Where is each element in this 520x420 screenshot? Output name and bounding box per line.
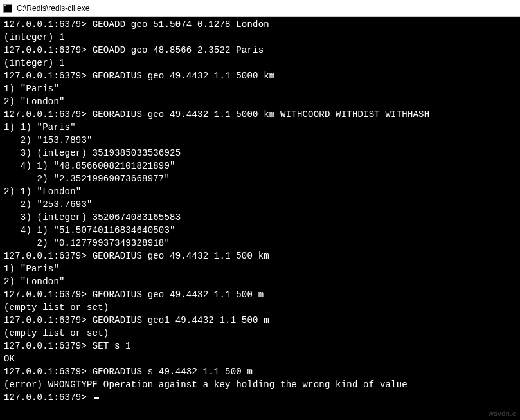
- command-text: GEORADIUS geo 49.4432 1.1 500 m: [93, 289, 264, 300]
- terminal-line: 1) "Paris": [4, 262, 516, 275]
- prompt: 127.0.0.1:6379>: [4, 251, 93, 261]
- terminal-line: 127.0.0.1:6379> GEORADIUS geo 49.4432 1.…: [4, 108, 516, 121]
- terminal-line: 1) "Paris": [4, 82, 516, 95]
- terminal-line: 127.0.0.1:6379>: [4, 391, 516, 404]
- terminal-line: 3) (integer) 3520674083165583: [4, 211, 516, 224]
- terminal-line: 2) "153.7893": [4, 134, 516, 147]
- terminal-line: (integer) 1: [4, 31, 516, 44]
- command-text: GEORADIUS geo 49.4432 1.1 5000 km WITHCO…: [93, 109, 430, 120]
- output-text: 2) "253.7693": [4, 199, 93, 210]
- output-text: 2) "153.7893": [4, 135, 93, 145]
- terminal-line: 127.0.0.1:6379> SET s 1: [4, 340, 516, 352]
- terminal-line: 1) 1) "Paris": [4, 121, 516, 134]
- output-text: 1) 1) "Paris": [4, 122, 76, 132]
- output-text: 2) 1) "London": [4, 187, 81, 197]
- command-text: GEOADD geo 48.8566 2.3522 Paris: [93, 45, 264, 55]
- command-text: GEOADD geo 51.5074 0.1278 London: [93, 19, 269, 30]
- terminal-line: 127.0.0.1:6379> GEORADIUS geo 49.4432 1.…: [4, 69, 516, 82]
- output-text: 2) "London": [4, 96, 65, 107]
- terminal-line: 2) 1) "London": [4, 185, 516, 198]
- terminal-line: 2) "0.12779937349328918": [4, 237, 516, 250]
- terminal-line: (empty list or set): [4, 301, 516, 314]
- output-text: (empty list or set): [4, 302, 109, 313]
- terminal-line: 2) "London": [4, 95, 516, 108]
- command-text: SET s 1: [93, 341, 131, 351]
- output-text: (integer) 1: [4, 58, 65, 68]
- output-text: 2) "2.35219969073668977": [4, 174, 170, 184]
- terminal-line: 2) "2.35219969073668977": [4, 172, 516, 185]
- terminal-line: 127.0.0.1:6379> GEORADIUS geo 49.4432 1.…: [4, 288, 516, 301]
- terminal-line: 4) 1) "48.85660082101821899": [4, 160, 516, 172]
- output-text: 2) "0.12779937349328918": [4, 238, 170, 248]
- output-text: 3) (integer) 3519385033536925: [4, 148, 181, 158]
- command-text: GEORADIUS geo 49.4432 1.1 5000 km: [93, 71, 275, 81]
- prompt: 127.0.0.1:6379>: [4, 341, 93, 351]
- prompt: 127.0.0.1:6379>: [4, 392, 93, 403]
- cursor: [94, 397, 99, 399]
- terminal-line: 127.0.0.1:6379> GEORADIUS geo 49.4432 1.…: [4, 250, 516, 262]
- terminal-line: OK: [4, 352, 516, 365]
- terminal-line: 127.0.0.1:6379> GEOADD geo 51.5074 0.127…: [4, 18, 516, 31]
- output-text: (integer) 1: [4, 32, 65, 42]
- terminal-line: 2) "253.7693": [4, 198, 516, 211]
- output-text: (error) WRONGTYPE Operation against a ke…: [4, 379, 408, 390]
- terminal-line: (empty list or set): [4, 327, 516, 340]
- output-text: 1) "Paris": [4, 84, 59, 94]
- output-text: 1) "Paris": [4, 264, 59, 274]
- terminal-line: (integer) 1: [4, 57, 516, 69]
- output-text: (empty list or set): [4, 328, 109, 338]
- command-text: GEORADIUS geo 49.4432 1.1 500 km: [93, 251, 269, 261]
- output-text: 4) 1) "48.85660082101821899": [4, 161, 175, 171]
- titlebar[interactable]: C:\Redis\redis-cli.exe: [0, 0, 520, 17]
- terminal-line: 127.0.0.1:6379> GEOADD geo 48.8566 2.352…: [4, 44, 516, 57]
- command-text: GEORADIUS geo1 49.4432 1.1 500 m: [93, 315, 269, 325]
- terminal-line: 3) (integer) 3519385033536925: [4, 147, 516, 160]
- output-text: OK: [4, 354, 15, 364]
- command-text: GEORADIUS s 49.4432 1.1 500 m: [93, 367, 253, 377]
- terminal-line: 127.0.0.1:6379> GEORADIUS s 49.4432 1.1 …: [4, 365, 516, 378]
- terminal-window: C:\Redis\redis-cli.exe 127.0.0.1:6379> G…: [0, 0, 520, 420]
- window-title: C:\Redis\redis-cli.exe: [17, 4, 89, 13]
- prompt: 127.0.0.1:6379>: [4, 19, 93, 30]
- terminal-body[interactable]: 127.0.0.1:6379> GEOADD geo 51.5074 0.127…: [0, 17, 520, 420]
- prompt: 127.0.0.1:6379>: [4, 367, 93, 377]
- terminal-icon: [3, 3, 13, 14]
- prompt: 127.0.0.1:6379>: [4, 109, 93, 120]
- terminal-line: (error) WRONGTYPE Operation against a ke…: [4, 378, 516, 391]
- terminal-line: 4) 1) "51.50740116834640503": [4, 224, 516, 237]
- prompt: 127.0.0.1:6379>: [4, 71, 93, 81]
- terminal-line: 2) "London": [4, 275, 516, 288]
- output-text: 3) (integer) 3520674083165583: [4, 212, 181, 223]
- output-text: 2) "London": [4, 277, 65, 287]
- prompt: 127.0.0.1:6379>: [4, 45, 93, 55]
- prompt: 127.0.0.1:6379>: [4, 315, 93, 325]
- svg-rect-1: [4, 5, 6, 6]
- output-text: 4) 1) "51.50740116834640503": [4, 225, 175, 235]
- prompt: 127.0.0.1:6379>: [4, 289, 93, 300]
- terminal-line: 127.0.0.1:6379> GEORADIUS geo1 49.4432 1…: [4, 314, 516, 327]
